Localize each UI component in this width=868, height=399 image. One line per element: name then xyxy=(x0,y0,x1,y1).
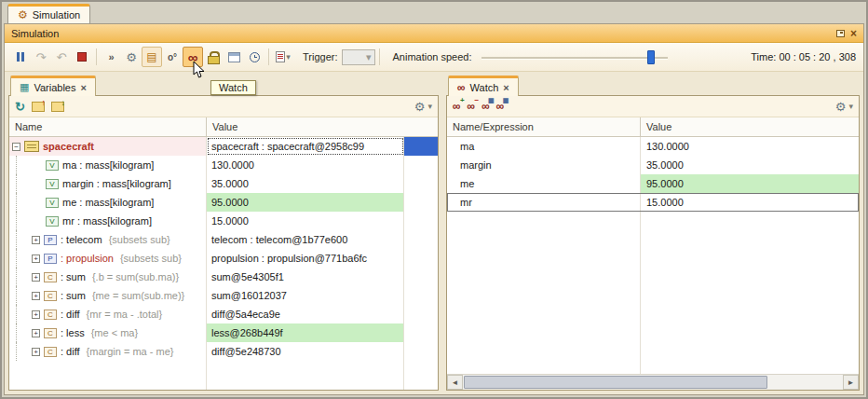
collapse-icon[interactable]: − xyxy=(12,143,20,151)
remove-watch-icon[interactable]: ∞ xyxy=(468,101,476,112)
dropdown-caret-icon: ▾ xyxy=(427,102,432,111)
close-pane-icon[interactable]: × xyxy=(850,28,857,39)
column-header-name-expression[interactable]: Name/Expression xyxy=(447,117,641,136)
panel-options-button[interactable]: ⚙ ▾ xyxy=(835,100,853,114)
empty-table-area xyxy=(447,212,859,374)
dropdown-caret-icon: ▾ xyxy=(286,52,291,62)
expand-icon[interactable]: + xyxy=(32,310,40,319)
watch-tab-icon: ∞ xyxy=(457,82,466,93)
export-log-button[interactable]: ▾ xyxy=(273,47,293,67)
expand-icon[interactable]: + xyxy=(32,236,40,244)
watch-table-header: Name/Expression Value xyxy=(447,117,859,137)
history-button[interactable] xyxy=(244,47,264,67)
more-tools-button[interactable]: » xyxy=(101,47,121,67)
table-row[interactable]: + C : sum {me = sum(sub.me)} sum@1601203… xyxy=(9,286,438,305)
mouse-cursor xyxy=(193,61,207,80)
horizontal-scrollbar[interactable]: ◄ ► xyxy=(447,374,859,390)
gear-icon: ⚙ xyxy=(835,100,847,114)
step-button[interactable]: ↶ xyxy=(51,47,72,67)
table-row[interactable]: V ma : mass[kilogram] 130.0000 xyxy=(9,156,438,174)
table-row[interactable]: + P : telecom {subsets sub} telecom : te… xyxy=(9,230,438,249)
tab-watch[interactable]: ∞ Watch × xyxy=(448,76,519,96)
watch-columns-icon[interactable]: ∞ xyxy=(481,101,490,112)
table-row[interactable]: V me : mass[kilogram] 95.0000 xyxy=(9,193,438,212)
animation-speed-slider[interactable] xyxy=(481,49,668,65)
save-instance-icon[interactable] xyxy=(51,102,64,112)
constraint-property-icon: C xyxy=(44,272,57,282)
expand-icon[interactable]: + xyxy=(32,273,40,282)
trigger-dropdown[interactable]: ▾ xyxy=(342,49,375,65)
document-tab-strip: ⚙ Simulation xyxy=(2,2,866,23)
expand-icon[interactable]: + xyxy=(32,329,40,337)
close-tab-icon[interactable]: × xyxy=(80,82,86,93)
tab-variables-label: Variables xyxy=(34,82,75,93)
simulation-pane: Simulation × ↷ ↶ » ⚙ ▤ o° ∞ ▾ Trigger: ▾ xyxy=(4,23,864,395)
variables-toolbar: ↻ ⚙ ▾ xyxy=(9,96,438,117)
show-hierarchy-button[interactable]: ▤ xyxy=(142,47,162,67)
scrollbar-thumb[interactable] xyxy=(464,376,767,389)
close-tab-icon[interactable]: × xyxy=(503,82,509,93)
column-header-value[interactable]: Value xyxy=(207,117,438,136)
expand-icon[interactable]: + xyxy=(32,255,40,263)
options-button[interactable]: ⚙ xyxy=(121,47,142,67)
column-header-value[interactable]: Value xyxy=(641,117,859,136)
table-row[interactable]: margin 35.0000 xyxy=(447,156,859,174)
panels-area: ▦ Variables × ↻ ⚙ ▾ Name xyxy=(5,72,863,394)
expand-icon[interactable]: + xyxy=(32,292,40,300)
scrollbar-track[interactable] xyxy=(463,375,843,390)
constraint-property-icon: C xyxy=(44,328,57,338)
table-row[interactable]: V margin : mass[kilogram] 35.0000 xyxy=(9,174,438,193)
simulation-gear-icon: ⚙ xyxy=(18,9,28,21)
float-window-icon[interactable] xyxy=(836,30,845,37)
table-row[interactable]: + P : propulsion {subsets sub} propulsio… xyxy=(9,249,438,268)
pause-button[interactable] xyxy=(10,47,31,67)
tab-simulation[interactable]: ⚙ Simulation xyxy=(7,4,90,23)
pause-icon xyxy=(17,52,24,62)
watch-tooltip: Watch xyxy=(210,80,256,95)
hierarchy-icon: ▤ xyxy=(146,50,156,63)
simulation-window: ⚙ Simulation Simulation × ↷ ↶ » ⚙ ▤ o° ∞ xyxy=(0,0,868,399)
table-row[interactable]: + C : diff {mr = ma - .total} diff@5a4ec… xyxy=(9,305,438,323)
chevrons-icon: » xyxy=(108,51,113,62)
tab-simulation-label: Simulation xyxy=(33,9,80,21)
refresh-icon[interactable]: ↻ xyxy=(15,100,25,114)
log-icon xyxy=(276,51,285,62)
variables-tab-icon: ▦ xyxy=(20,81,29,93)
table-row[interactable]: + C : sum {.b = sum(sub.ma)} sum@5e4305f… xyxy=(9,268,438,286)
part-property-icon: P xyxy=(44,235,57,245)
tab-variables[interactable]: ▦ Variables × xyxy=(10,76,96,96)
slider-track xyxy=(481,57,668,60)
watch-rows-icon[interactable]: ∞ xyxy=(496,101,505,112)
show-diagram-button[interactable]: o° xyxy=(162,47,183,67)
tab-watch-label: Watch xyxy=(470,82,499,93)
dropdown-caret-icon: ▾ xyxy=(848,102,853,111)
table-row[interactable]: − spacecraft spacecraft : spacecraft@295… xyxy=(9,137,438,156)
step-icon: ↶ xyxy=(57,50,67,64)
pane-titlebar: Simulation × xyxy=(5,24,863,43)
scroll-left-arrow[interactable]: ◄ xyxy=(447,375,463,390)
column-header-name[interactable]: Name xyxy=(9,117,207,136)
scroll-right-arrow[interactable]: ► xyxy=(843,375,859,390)
terminate-button[interactable] xyxy=(72,47,92,67)
block-icon xyxy=(24,141,39,152)
table-row[interactable]: + C : diff {margin = ma - me} diff@5e248… xyxy=(9,342,438,361)
value-property-icon: V xyxy=(46,216,59,227)
expand-icon[interactable]: + xyxy=(32,348,40,356)
export-instance-icon[interactable] xyxy=(32,102,45,112)
table-row-selected[interactable]: mr 15.0000 xyxy=(447,193,859,212)
console-button[interactable] xyxy=(224,47,244,67)
dropdown-caret-icon: ▾ xyxy=(366,51,372,63)
constraint-property-icon: C xyxy=(44,347,57,357)
stop-icon xyxy=(77,52,87,62)
panel-options-button[interactable]: ⚙ ▾ xyxy=(414,100,432,114)
gear-icon: ⚙ xyxy=(126,50,137,64)
empty-table-area xyxy=(9,361,438,390)
table-row[interactable]: ma 130.0000 xyxy=(447,137,859,156)
table-row[interactable]: V mr : mass[kilogram] 15.0000 xyxy=(9,212,438,230)
value-property-icon: V xyxy=(46,160,59,171)
table-row[interactable]: + C : less {me < ma} less@268b449f xyxy=(9,323,438,342)
slider-handle[interactable] xyxy=(647,50,655,64)
add-watch-icon[interactable]: ∞ xyxy=(453,101,461,112)
table-row[interactable]: me 95.0000 xyxy=(447,174,859,193)
resume-button[interactable]: ↷ xyxy=(31,47,51,67)
